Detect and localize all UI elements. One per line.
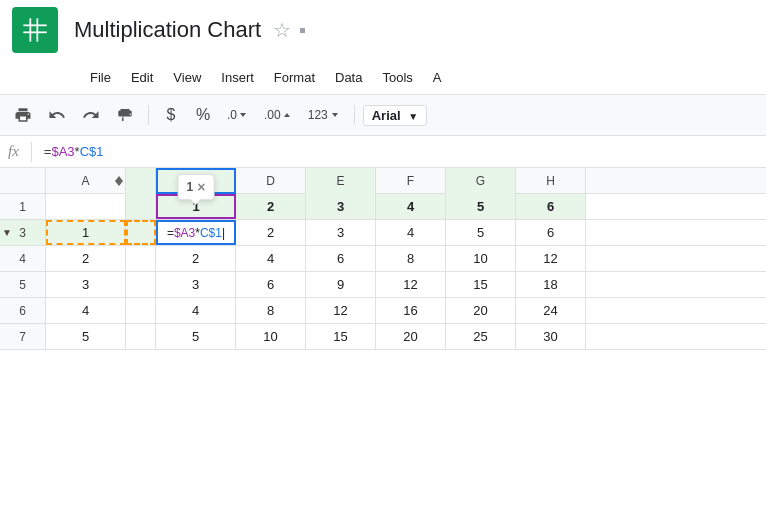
- cell-g5[interactable]: 15: [446, 272, 516, 297]
- cell-h3[interactable]: 6: [516, 220, 586, 245]
- cell-a4[interactable]: 2: [46, 246, 126, 271]
- cell-h6[interactable]: 24: [516, 298, 586, 323]
- col-header-g[interactable]: G: [446, 168, 516, 194]
- row-number-1: 1: [0, 194, 46, 219]
- cell-b3[interactable]: [126, 220, 156, 245]
- table-row: ▼ 3 1 =$A3*C$1| 2 3 4 5 6: [0, 220, 766, 246]
- menu-format[interactable]: Format: [264, 66, 325, 89]
- row-number-6: 6: [0, 298, 46, 323]
- cell-e6[interactable]: 12: [306, 298, 376, 323]
- font-selector[interactable]: Arial ▼: [363, 105, 427, 126]
- cell-b4[interactable]: [126, 246, 156, 271]
- cell-f5[interactable]: 12: [376, 272, 446, 297]
- formula-content[interactable]: =$A3*C$1: [44, 144, 104, 159]
- cell-a7[interactable]: 5: [46, 324, 126, 349]
- cell-b6[interactable]: [126, 298, 156, 323]
- cell-a1[interactable]: [46, 194, 126, 219]
- formula-bar: fx =$A3*C$1: [0, 136, 766, 168]
- increase-decimals-button[interactable]: .00: [258, 101, 298, 129]
- col-header-d[interactable]: D: [236, 168, 306, 194]
- cell-h1[interactable]: 6: [516, 194, 586, 219]
- menu-insert[interactable]: Insert: [211, 66, 264, 89]
- row-num-header: [0, 168, 46, 193]
- menu-bar: File Edit View Insert Format Data Tools …: [0, 60, 766, 94]
- cell-c7[interactable]: 5: [156, 324, 236, 349]
- grid-container: A C D E F G H 1 1 1 × 2 3: [0, 168, 766, 350]
- cell-c1[interactable]: 1 1 ×: [156, 194, 236, 219]
- col-header-e[interactable]: E: [306, 168, 376, 194]
- row-number-7: 7: [0, 324, 46, 349]
- cell-e4[interactable]: 6: [306, 246, 376, 271]
- toolbar-separator-2: [354, 105, 355, 125]
- cell-h7[interactable]: 30: [516, 324, 586, 349]
- toolbar: $ % .0 .00 123 Arial ▼: [0, 94, 766, 136]
- row-number-5: 5: [0, 272, 46, 297]
- menu-view[interactable]: View: [163, 66, 211, 89]
- table-row: 7 5 5 10 15 20 25 30: [0, 324, 766, 350]
- menu-data[interactable]: Data: [325, 66, 372, 89]
- paint-format-button[interactable]: [110, 101, 140, 129]
- table-row: 4 2 2 4 6 8 10 12: [0, 246, 766, 272]
- dollar-format-button[interactable]: $: [157, 101, 185, 129]
- toolbar-separator-1: [148, 105, 149, 125]
- cell-a3[interactable]: 1: [46, 220, 126, 245]
- cell-c5[interactable]: 3: [156, 272, 236, 297]
- star-icon[interactable]: ☆: [273, 18, 291, 42]
- cell-a6[interactable]: 4: [46, 298, 126, 323]
- cell-d4[interactable]: 4: [236, 246, 306, 271]
- page-title: Multiplication Chart: [74, 17, 261, 43]
- menu-tools[interactable]: Tools: [372, 66, 422, 89]
- table-row: 6 4 4 8 12 16 20 24: [0, 298, 766, 324]
- cell-c6[interactable]: 4: [156, 298, 236, 323]
- redo-button[interactable]: [76, 101, 106, 129]
- cell-b1[interactable]: [126, 194, 156, 219]
- col-header-h[interactable]: H: [516, 168, 586, 194]
- cell-f1[interactable]: 4: [376, 194, 446, 219]
- cell-g3[interactable]: 5: [446, 220, 516, 245]
- cell-d3[interactable]: 2: [236, 220, 306, 245]
- cell-f4[interactable]: 8: [376, 246, 446, 271]
- cell-g4[interactable]: 10: [446, 246, 516, 271]
- cell-h5[interactable]: 18: [516, 272, 586, 297]
- cell-a5[interactable]: 3: [46, 272, 126, 297]
- menu-edit[interactable]: Edit: [121, 66, 163, 89]
- column-headers: A C D E F G H: [0, 168, 766, 194]
- col-header-a[interactable]: A: [46, 168, 126, 194]
- menu-more[interactable]: A: [423, 66, 452, 89]
- cell-h4[interactable]: 12: [516, 246, 586, 271]
- cell-e7[interactable]: 15: [306, 324, 376, 349]
- tooltip-close-button[interactable]: ×: [197, 179, 205, 195]
- cell-c3[interactable]: =$A3*C$1|: [156, 220, 236, 245]
- cell-f3[interactable]: 4: [376, 220, 446, 245]
- cell-b5[interactable]: [126, 272, 156, 297]
- cell-f7[interactable]: 20: [376, 324, 446, 349]
- cell-d1[interactable]: 2: [236, 194, 306, 219]
- table-row: 5 3 3 6 9 12 15 18: [0, 272, 766, 298]
- cell-e5[interactable]: 9: [306, 272, 376, 297]
- cell-c4[interactable]: 2: [156, 246, 236, 271]
- cell-d7[interactable]: 10: [236, 324, 306, 349]
- table-row: 1 1 1 × 2 3 4 5 6: [0, 194, 766, 220]
- more-formats-button[interactable]: 123: [302, 101, 346, 129]
- cell-g7[interactable]: 25: [446, 324, 516, 349]
- col-header-f[interactable]: F: [376, 168, 446, 194]
- col-header-b[interactable]: [126, 168, 156, 194]
- app-icon: [12, 7, 58, 53]
- cell-tooltip[interactable]: 1 ×: [178, 174, 215, 200]
- percent-format-button[interactable]: %: [189, 101, 217, 129]
- decrease-decimals-button[interactable]: .0: [221, 101, 254, 129]
- menu-file[interactable]: File: [80, 66, 121, 89]
- cell-g6[interactable]: 20: [446, 298, 516, 323]
- cell-f6[interactable]: 16: [376, 298, 446, 323]
- row-number-3: ▼ 3: [0, 220, 46, 245]
- print-button[interactable]: [8, 101, 38, 129]
- cell-e1[interactable]: 3: [306, 194, 376, 219]
- cell-e3[interactable]: 3: [306, 220, 376, 245]
- cell-d5[interactable]: 6: [236, 272, 306, 297]
- undo-button[interactable]: [42, 101, 72, 129]
- row-number-4: 4: [0, 246, 46, 271]
- folder-icon[interactable]: ▪: [299, 19, 306, 42]
- cell-g1[interactable]: 5: [446, 194, 516, 219]
- cell-d6[interactable]: 8: [236, 298, 306, 323]
- cell-b7[interactable]: [126, 324, 156, 349]
